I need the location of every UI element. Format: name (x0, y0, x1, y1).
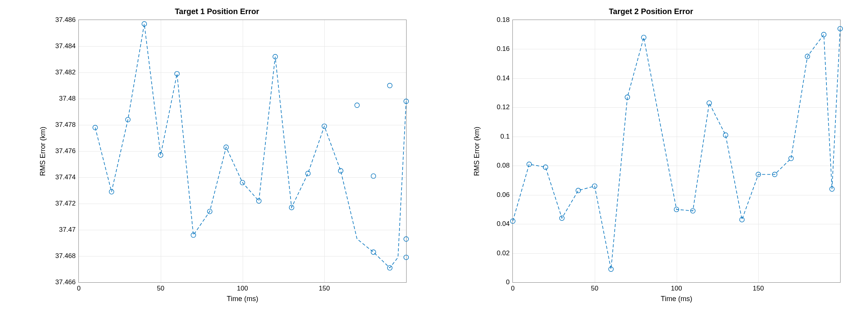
ytick-label: 0.02 (497, 249, 510, 257)
figure-container: Target 1 Position Error 05010015037.4663… (0, 0, 868, 314)
series-marker (387, 83, 392, 88)
subplot-1-title: Target 1 Position Error (0, 7, 434, 16)
ytick-label: 0.14 (497, 74, 510, 82)
series-line (95, 24, 406, 268)
series-marker (306, 171, 311, 176)
series-marker (371, 174, 376, 179)
series-marker (404, 236, 409, 241)
xtick-label: 150 (319, 285, 330, 292)
ytick-label: 37.484 (55, 42, 76, 50)
ytick-label: 37.472 (55, 200, 76, 208)
ytick-label: 37.476 (55, 147, 76, 155)
subplot-1-xlabel: Time (ms) (78, 295, 407, 303)
xtick-label: 0 (511, 285, 514, 292)
ytick-label: 0.12 (497, 103, 510, 111)
ytick-label: 37.466 (55, 278, 76, 286)
ytick-label: 37.474 (55, 173, 76, 181)
subplot-2-axes: 05010015000.020.040.060.080.10.120.140.1… (512, 20, 841, 283)
subplot-2-title: Target 2 Position Error (434, 7, 868, 16)
ytick-label: 37.482 (55, 69, 76, 76)
ytick-label: 0.16 (497, 45, 510, 53)
subplot-1: Target 1 Position Error 05010015037.4663… (0, 0, 434, 314)
xtick-label: 100 (237, 285, 248, 292)
series-line (513, 29, 840, 269)
chart-svg (79, 20, 406, 282)
series-marker (527, 162, 532, 167)
subplot-1-ylabel: RMS Error (km) (35, 20, 51, 283)
ytick-label: 37.48 (59, 95, 76, 103)
ytick-label: 37.47 (59, 226, 76, 234)
series-marker (371, 250, 376, 254)
ytick-label: 0.08 (497, 162, 510, 170)
xtick-label: 50 (591, 285, 598, 292)
series-marker (338, 168, 343, 173)
subplot-2: Target 2 Position Error 05010015000.020.… (434, 0, 868, 314)
xtick-label: 0 (77, 285, 80, 292)
subplot-2-ylabel: RMS Error (km) (469, 20, 485, 283)
ytick-label: 0.06 (497, 191, 510, 199)
series-marker (404, 255, 409, 260)
series-marker (576, 188, 581, 193)
ytick-label: 0 (506, 278, 510, 286)
subplot-2-xlabel: Time (ms) (512, 295, 841, 303)
chart-svg (513, 20, 840, 282)
xtick-label: 100 (671, 285, 682, 292)
ytick-label: 37.468 (55, 252, 76, 260)
series-marker (355, 103, 360, 108)
ytick-label: 37.478 (55, 121, 76, 129)
ytick-label: 0.1 (500, 133, 510, 141)
xtick-label: 150 (753, 285, 764, 292)
subplot-1-ylabel-text: RMS Error (km) (39, 126, 47, 176)
subplot-1-axes: 05010015037.46637.46837.4737.47237.47437… (78, 20, 407, 283)
ytick-label: 37.486 (55, 16, 76, 24)
ytick-label: 0.04 (497, 220, 510, 228)
series-marker (821, 32, 826, 37)
xtick-label: 50 (157, 285, 164, 292)
ytick-label: 0.18 (497, 16, 510, 24)
subplot-2-ylabel-text: RMS Error (km) (473, 126, 481, 176)
